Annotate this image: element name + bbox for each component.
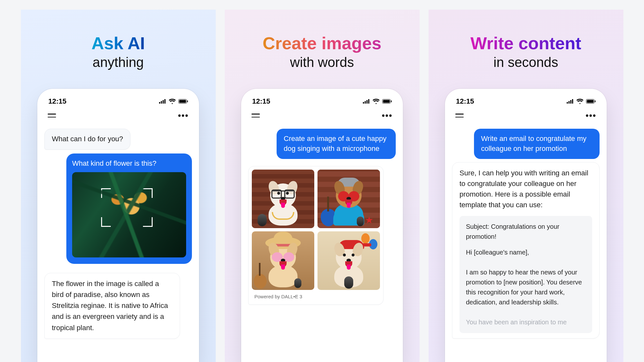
battery-icon [178, 99, 188, 104]
wifi-icon [373, 99, 380, 104]
status-bar: 12:15 [248, 97, 396, 110]
status-icons [363, 99, 392, 104]
svg-rect-12 [383, 100, 390, 103]
status-icons [567, 99, 596, 104]
email-subject: Subject: Congratulations on your promoti… [466, 222, 586, 242]
ai-answer: The flower in the image is called a bird… [44, 273, 180, 339]
email-body-faded: You have been an inspiration to me [466, 317, 586, 327]
app-nav: ••• [44, 110, 192, 125]
subline: anything [93, 55, 144, 70]
svg-rect-10 [368, 99, 370, 104]
status-time: 12:15 [456, 97, 474, 106]
more-icon[interactable]: ••• [586, 111, 596, 120]
feature-panel-ask: Ask AI anything 12:15 ••• What can I do … [21, 10, 216, 362]
phone-mockup: 12:15 ••• Create an image of a cute happ… [241, 89, 403, 362]
focus-frame-icon [101, 188, 153, 227]
svg-rect-19 [587, 100, 594, 103]
user-image-message: What kind of flower is this? [66, 153, 192, 264]
email-body: I am so happy to hear the news of your p… [466, 267, 586, 307]
svg-rect-8 [365, 101, 366, 104]
email-greeting: Hi [colleague's name], [466, 247, 586, 257]
user-prompt-text: Create an image of a cute happy dog sing… [284, 135, 386, 153]
generated-image[interactable] [317, 231, 380, 290]
svg-rect-1 [161, 101, 162, 104]
menu-icon[interactable] [48, 113, 56, 118]
cellular-icon [363, 99, 370, 104]
generated-image[interactable] [252, 170, 314, 228]
status-time: 12:15 [252, 97, 270, 106]
user-question-text: What kind of flower is this? [72, 159, 186, 168]
svg-rect-5 [179, 100, 186, 103]
subline: with words [290, 55, 354, 70]
svg-rect-7 [363, 102, 364, 104]
phone-mockup: 12:15 ••• Write an email to congratulate… [445, 89, 607, 362]
ai-answer-text: The flower in the image is called a bird… [52, 280, 168, 331]
user-prompt-text: Write an email to congratulate my collea… [481, 135, 586, 153]
svg-rect-20 [595, 100, 596, 102]
svg-rect-15 [569, 101, 570, 104]
feature-panel-write: Write content in seconds 12:15 ••• Write… [429, 10, 623, 362]
status-time: 12:15 [48, 97, 66, 106]
phone-mockup: 12:15 ••• What can I do for you? What ki… [37, 89, 199, 362]
status-bar: 12:15 [452, 97, 600, 110]
generated-images-card: ★ Powered by DALL•E 3 [248, 166, 384, 305]
menu-icon[interactable] [455, 113, 464, 118]
wifi-icon [169, 99, 176, 104]
headline: Ask AI [91, 34, 145, 53]
cellular-icon [567, 99, 574, 104]
user-message: Write an email to congratulate my collea… [474, 129, 600, 159]
status-icons [159, 99, 188, 104]
generated-image[interactable] [252, 231, 314, 290]
ai-response: Sure, I can help you with writing an ema… [452, 162, 600, 339]
svg-rect-16 [570, 100, 572, 104]
generated-image[interactable]: ★ [317, 170, 380, 228]
feature-panel-images: Create images with words 12:15 ••• Creat… [225, 10, 420, 362]
svg-rect-9 [366, 100, 368, 104]
menu-icon[interactable] [251, 113, 260, 118]
svg-rect-2 [163, 100, 164, 104]
svg-rect-17 [572, 99, 573, 104]
headline: Create images [262, 34, 381, 53]
svg-rect-0 [159, 102, 160, 104]
ai-greeting-text: What can I do for you? [52, 135, 123, 143]
cellular-icon [159, 99, 166, 104]
wifi-icon [576, 99, 583, 104]
svg-rect-6 [187, 100, 188, 102]
user-message: Create an image of a cute happy dog sing… [277, 129, 396, 159]
battery-icon [586, 99, 596, 104]
app-nav: ••• [452, 110, 600, 125]
battery-icon [382, 99, 392, 104]
ai-message: What can I do for you? [44, 129, 130, 150]
subline: in seconds [494, 55, 558, 70]
email-template: Subject: Congratulations on your promoti… [459, 216, 592, 333]
more-icon[interactable]: ••• [178, 111, 189, 120]
svg-rect-13 [391, 100, 392, 102]
attached-photo[interactable] [72, 172, 186, 257]
powered-by-label: Powered by DALL•E 3 [252, 290, 380, 301]
ai-intro-text: Sure, I can help you with writing an ema… [459, 169, 588, 209]
svg-rect-3 [165, 99, 166, 104]
status-bar: 12:15 [44, 97, 192, 110]
more-icon[interactable]: ••• [382, 111, 393, 120]
app-nav: ••• [248, 110, 396, 125]
headline: Write content [470, 34, 581, 53]
svg-rect-14 [567, 102, 568, 104]
